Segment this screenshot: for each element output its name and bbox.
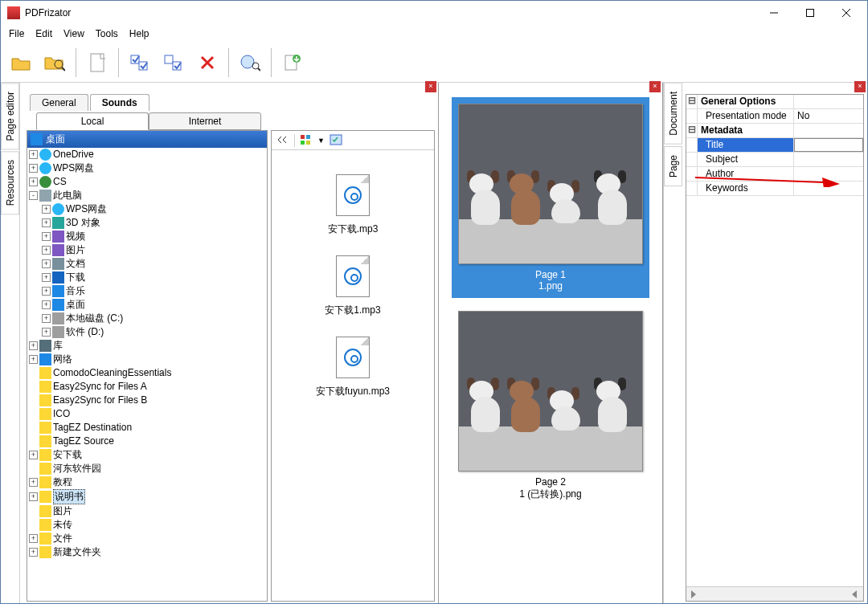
- collapse-icon[interactable]: ⊟: [686, 95, 698, 108]
- minimize-button[interactable]: [755, 2, 792, 24]
- subtab-local[interactable]: Local: [36, 112, 149, 130]
- tab-sounds[interactable]: Sounds: [90, 94, 149, 111]
- tree-item[interactable]: +教程: [29, 475, 267, 489]
- expand-icon[interactable]: +: [42, 300, 51, 309]
- file-item[interactable]: 安下载1.mp3: [276, 255, 429, 317]
- file-item[interactable]: 安下载.mp3: [276, 174, 429, 236]
- tree-item[interactable]: +网络: [29, 353, 267, 366]
- side-tab-document[interactable]: Document: [664, 83, 682, 145]
- collapse-icon[interactable]: [276, 134, 289, 147]
- collapse-icon[interactable]: ⊟: [686, 124, 698, 137]
- tree-item[interactable]: +新建文件夹: [29, 545, 267, 559]
- prop-title-value[interactable]: [794, 138, 863, 152]
- search-resources-button[interactable]: [39, 47, 70, 78]
- tree-item[interactable]: +库: [29, 339, 267, 353]
- expand-icon[interactable]: +: [29, 178, 38, 186]
- expand-icon[interactable]: +: [42, 314, 51, 323]
- prop-title[interactable]: Title: [698, 138, 794, 152]
- tree-item[interactable]: Easy2Sync for Files A: [29, 380, 267, 394]
- tree-item[interactable]: TagEZ Destination: [29, 421, 267, 435]
- horizontal-scrollbar[interactable]: [686, 586, 863, 601]
- tree-item[interactable]: +安下载: [29, 448, 267, 462]
- prop-presentation-mode[interactable]: Presentation mode: [698, 109, 794, 123]
- check-items-button[interactable]: [125, 47, 155, 78]
- view-thumbs-icon[interactable]: [300, 134, 313, 147]
- tree-item[interactable]: +文件: [29, 532, 267, 545]
- tree-item[interactable]: +WPS网盘: [42, 202, 267, 216]
- tree-item[interactable]: +3D 对象: [42, 216, 267, 230]
- expand-icon[interactable]: +: [42, 246, 51, 255]
- tree-item[interactable]: Easy2Sync for Files B: [29, 394, 267, 407]
- open-folder-button[interactable]: [6, 47, 36, 78]
- file-item[interactable]: 安下载fuyun.mp3: [276, 337, 429, 398]
- close-pages-icon[interactable]: ×: [649, 81, 661, 92]
- new-page-button[interactable]: [82, 47, 113, 78]
- page-thumbnail[interactable]: Page 11.png: [452, 97, 649, 298]
- prop-subject[interactable]: Subject: [698, 153, 794, 166]
- expand-icon[interactable]: +: [29, 478, 38, 487]
- tree-item[interactable]: +OneDrive: [29, 148, 267, 161]
- expand-icon[interactable]: +: [29, 355, 38, 364]
- prop-keywords-value[interactable]: [794, 182, 863, 195]
- tree-item[interactable]: 图片: [29, 504, 267, 518]
- tree-item[interactable]: +音乐: [42, 284, 267, 298]
- prop-keywords[interactable]: Keywords: [698, 182, 794, 195]
- tab-general[interactable]: General: [30, 94, 88, 111]
- tree-item[interactable]: -此电脑: [29, 189, 267, 202]
- expand-icon[interactable]: +: [42, 218, 51, 227]
- tree-item[interactable]: +下载: [42, 271, 267, 284]
- expand-icon[interactable]: +: [29, 150, 38, 159]
- side-tab-page-editor[interactable]: Page editor: [1, 83, 19, 149]
- tree-item[interactable]: ICO: [29, 407, 267, 421]
- file-list[interactable]: 安下载.mp3安下载1.mp3安下载fuyun.mp3: [272, 150, 434, 601]
- prop-author[interactable]: Author: [698, 167, 794, 181]
- transition-preview-button[interactable]: [235, 47, 265, 78]
- side-tab-page[interactable]: Page: [664, 146, 682, 186]
- expand-icon[interactable]: +: [29, 451, 38, 459]
- maximize-button[interactable]: [792, 2, 828, 24]
- close-properties-icon[interactable]: ×: [854, 81, 866, 92]
- menu-view[interactable]: View: [59, 27, 89, 41]
- side-tab-resources[interactable]: Resources: [1, 151, 19, 214]
- property-grid[interactable]: ⊟General Options Presentation modeNo ⊟Me…: [686, 94, 864, 602]
- view-list-icon[interactable]: [330, 134, 342, 147]
- expand-icon[interactable]: +: [42, 259, 51, 268]
- tree-item[interactable]: +软件 (D:): [42, 325, 267, 339]
- expand-icon[interactable]: +: [29, 534, 38, 543]
- expand-icon[interactable]: +: [42, 328, 51, 337]
- subtab-internet[interactable]: Internet: [149, 112, 261, 130]
- close-panel-icon[interactable]: ×: [425, 81, 436, 92]
- expand-icon[interactable]: +: [29, 164, 38, 173]
- expand-icon[interactable]: +: [42, 287, 51, 296]
- expand-icon[interactable]: -: [29, 191, 38, 200]
- tree-item[interactable]: +图片: [42, 243, 267, 257]
- folder-tree[interactable]: 桌面 +OneDrive+WPS网盘+CS-此电脑+WPS网盘+3D 对象+视频…: [27, 130, 268, 602]
- prop-author-value[interactable]: [794, 167, 863, 181]
- tree-item[interactable]: +文档: [42, 257, 267, 271]
- pages-list[interactable]: Page 11.pngPage 21 (已转换).png: [439, 91, 662, 604]
- close-button[interactable]: [828, 2, 864, 24]
- expand-icon[interactable]: +: [42, 232, 51, 241]
- tree-item[interactable]: +WPS网盘: [29, 161, 267, 175]
- tree-root[interactable]: 桌面: [27, 131, 267, 148]
- tree-item[interactable]: ComodoCleaningEssentials: [29, 366, 267, 380]
- tree-item[interactable]: +视频: [42, 230, 267, 243]
- prop-presentation-mode-value[interactable]: No: [794, 109, 863, 123]
- expand-icon[interactable]: +: [42, 205, 51, 214]
- prop-subject-value[interactable]: [794, 153, 863, 166]
- tree-item[interactable]: TagEZ Source: [29, 435, 267, 448]
- tree-item[interactable]: +桌面: [42, 298, 267, 312]
- menu-help[interactable]: Help: [125, 27, 154, 41]
- tree-item[interactable]: +说明书: [29, 489, 267, 504]
- uncheck-items-button[interactable]: [158, 47, 189, 78]
- tree-item[interactable]: 河东软件园: [29, 462, 267, 475]
- expand-icon[interactable]: +: [29, 341, 38, 350]
- expand-icon[interactable]: +: [29, 492, 38, 501]
- menu-tools[interactable]: Tools: [91, 27, 123, 41]
- tree-item[interactable]: +CS: [29, 175, 267, 189]
- expand-icon[interactable]: +: [42, 273, 51, 282]
- page-thumbnail[interactable]: Page 21 (已转换).png: [452, 304, 649, 508]
- menu-edit[interactable]: Edit: [31, 27, 57, 41]
- delete-button[interactable]: [192, 47, 223, 78]
- pdf-export-button[interactable]: [277, 47, 308, 78]
